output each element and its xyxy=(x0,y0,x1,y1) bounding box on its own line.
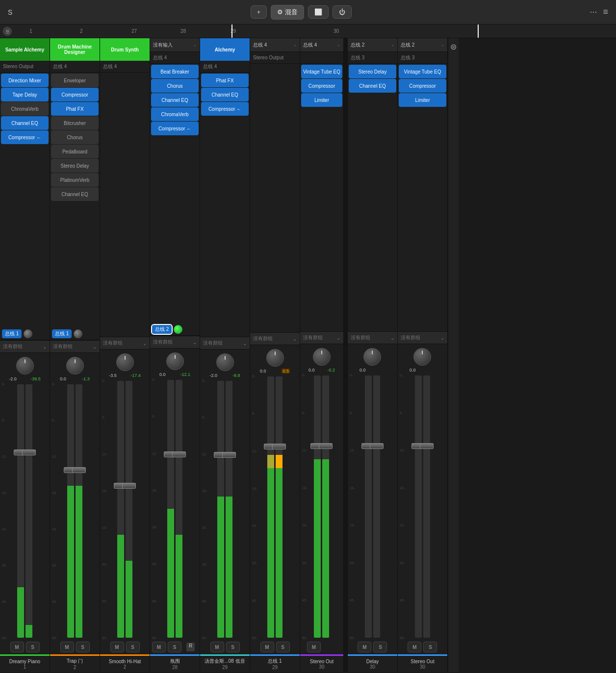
pan-knob-stereo-out2[interactable] xyxy=(413,348,431,366)
bus-send-2[interactable]: 总线 1 xyxy=(52,329,72,338)
fader-thumb-right-3[interactable] xyxy=(122,483,136,489)
fader-track-left-2[interactable] xyxy=(67,384,74,638)
fader-track-left-5[interactable] xyxy=(217,381,224,638)
solo-btn-3[interactable]: S xyxy=(126,642,140,652)
mute-btn-4[interactable]: M xyxy=(152,642,166,652)
plugin-channel-eq-delay[interactable]: Channel EQ xyxy=(349,79,396,93)
mute-btn-7[interactable]: M xyxy=(307,642,321,652)
fader-track-right-delay[interactable] xyxy=(373,375,380,638)
fader-track-right-stereo-out2[interactable] xyxy=(423,375,430,638)
fader-track-right-5[interactable] xyxy=(226,381,232,638)
fader-track-left-3[interactable] xyxy=(117,381,124,638)
plugin-direction-mixer[interactable]: Direction Mixer xyxy=(1,74,49,87)
plugin-compressor-arrow[interactable]: Compressor ← xyxy=(1,130,49,144)
add-button[interactable]: + xyxy=(251,5,267,19)
group-select-2[interactable]: 没有群组 ⌄ xyxy=(50,340,100,353)
plugin-stereo-delay-main[interactable]: Stereo Delay xyxy=(349,65,396,78)
pan-knob-7[interactable] xyxy=(313,348,331,366)
fader-track-left-4[interactable] xyxy=(167,380,174,638)
plugin-chorus-2[interactable]: Chorus xyxy=(51,130,99,144)
plugin-limiter-7[interactable]: Limiter xyxy=(301,93,342,107)
pan-knob-4[interactable] xyxy=(166,352,184,370)
solo-btn-2[interactable]: S xyxy=(76,642,90,652)
solo-btn-stereo-out2[interactable]: S xyxy=(423,642,437,652)
fader-track-left-7[interactable] xyxy=(314,375,321,638)
solo-btn-delay[interactable]: S xyxy=(373,642,387,652)
fader-thumb-right-7[interactable] xyxy=(319,443,333,449)
input-select-delay[interactable]: 总线 2 ⌄ xyxy=(348,38,397,52)
group-select-delay[interactable]: 没有群组 ⌄ xyxy=(348,331,397,344)
bus-knob-4[interactable] xyxy=(174,325,182,334)
channel-label-delay[interactable]: Delay30 xyxy=(348,654,397,672)
more-button[interactable]: ··· xyxy=(590,7,597,17)
plugin-phat-fx-5[interactable]: Phat FX xyxy=(201,74,249,87)
plugin-limiter-8[interactable]: Limiter xyxy=(399,93,446,107)
plugin-stereo-delay-2[interactable]: Stereo Delay xyxy=(51,159,99,173)
output-smooth-hihat[interactable]: 总线 4 xyxy=(100,61,150,73)
plugin-compressor-arrow-4[interactable]: Compressor ← xyxy=(151,122,199,135)
mute-btn-2[interactable]: M xyxy=(60,642,74,652)
mute-btn-6[interactable]: M xyxy=(260,642,274,652)
channel-label-stereo-out2[interactable]: Stereo Out30 xyxy=(398,654,447,672)
plugin-chorus-4[interactable]: Chorus xyxy=(151,79,199,93)
output-stereo-out-main[interactable] xyxy=(300,52,343,64)
input-select-4[interactable]: 没有输入 ⌄ xyxy=(150,38,200,52)
plugin-channel-eq-2[interactable]: Channel EQ xyxy=(51,187,99,201)
pan-knob-delay[interactable] xyxy=(363,348,381,366)
fader-track-left-6[interactable] xyxy=(267,376,274,638)
mute-btn-5[interactable]: M xyxy=(210,642,224,652)
pan-knob-2[interactable] xyxy=(66,357,84,374)
plugin-compressor-7[interactable]: Compressor xyxy=(301,79,342,93)
power-button[interactable]: ⏻ xyxy=(333,5,352,19)
bus-knob-1[interactable] xyxy=(24,329,32,338)
plugin-beat-breaker[interactable]: Beat Breaker xyxy=(151,65,199,78)
input-select-7[interactable]: 总线 4 ⌄ xyxy=(300,38,343,52)
output-delay[interactable]: 总线 3 xyxy=(348,52,397,64)
fader-track-left-1[interactable] xyxy=(17,384,24,638)
plugin-chromaverb-4[interactable]: ChromaVerb xyxy=(151,107,199,121)
mute-btn-stereo-out2[interactable]: M xyxy=(408,642,421,652)
plugin-chromaverb[interactable]: ChromaVerb xyxy=(1,102,49,116)
mixer-settings-icon[interactable]: ⊜ xyxy=(450,42,457,51)
plugin-enveloper[interactable]: Enveloper xyxy=(51,74,99,87)
mute-btn-delay[interactable]: M xyxy=(358,642,371,652)
instrument-alchemy[interactable]: Alchemy xyxy=(200,38,250,61)
output-trap[interactable]: 总线 4 xyxy=(50,61,100,73)
pan-knob-5[interactable] xyxy=(216,353,234,371)
fader-track-left-delay[interactable] xyxy=(365,375,372,638)
fader-thumb-right-1[interactable] xyxy=(22,449,36,455)
fader-thumb-right-2[interactable] xyxy=(72,467,86,473)
instrument-drum-machine[interactable]: Drum MachineDesigner xyxy=(50,38,100,61)
instrument-drum-synth[interactable]: Drum Synth xyxy=(100,38,150,61)
plugin-channel-eq-5[interactable]: Channel EQ xyxy=(201,88,249,101)
group-select-4[interactable]: 没有群组 ⌄ xyxy=(150,336,200,349)
plugin-channel-eq[interactable]: Channel EQ xyxy=(1,116,49,130)
fader-track-right-3[interactable] xyxy=(126,381,132,638)
channel-label-1[interactable]: Dreamy Piano1 xyxy=(0,654,50,672)
group-select-5[interactable]: 没有群组 ⌄ xyxy=(200,337,250,349)
plugin-tape-delay[interactable]: Tape Delay xyxy=(1,88,49,101)
output-alchemy[interactable]: 总线 4 xyxy=(200,61,250,73)
group-select-7[interactable]: 没有群组 ⌄ xyxy=(300,331,343,344)
mute-btn-3[interactable]: M xyxy=(110,642,124,652)
plugin-platinumverb[interactable]: PlatinumVerb xyxy=(51,173,99,187)
fader-thumb-right-delay[interactable] xyxy=(370,443,384,449)
plugin-compressor-8[interactable]: Compressor xyxy=(399,79,446,93)
group-select-1[interactable]: 没有群组 ⌄ xyxy=(0,340,50,353)
channel-label-3[interactable]: Smooth Hi-Hat2 xyxy=(100,654,150,672)
capture-button[interactable]: ⬜ xyxy=(308,5,329,19)
pan-knob-1[interactable] xyxy=(16,357,34,374)
bus-knob-2[interactable] xyxy=(74,329,82,338)
solo-btn-4[interactable]: S xyxy=(168,642,181,652)
plugin-vintage-tube-eq-8[interactable]: Vintage Tube EQ xyxy=(399,65,446,78)
plugin-vintage-tube-eq-7[interactable]: Vintage Tube EQ xyxy=(301,65,342,78)
scroll-icon[interactable]: ☰ xyxy=(3,27,12,36)
group-select-3[interactable]: 没有群组 ⌄ xyxy=(100,337,150,349)
fader-track-right-2[interactable] xyxy=(76,384,82,638)
solo-btn-5[interactable]: S xyxy=(226,642,240,652)
plugin-bitcrusher[interactable]: Bitcrusher xyxy=(51,116,99,130)
menu-button[interactable]: ≡ xyxy=(603,7,608,17)
channel-label-7[interactable]: Stereo Out30 xyxy=(300,654,343,672)
fader-thumb-right-5[interactable] xyxy=(222,452,236,458)
channel-label-5[interactable]: 汤普金斯...08 低音29 xyxy=(200,654,250,672)
